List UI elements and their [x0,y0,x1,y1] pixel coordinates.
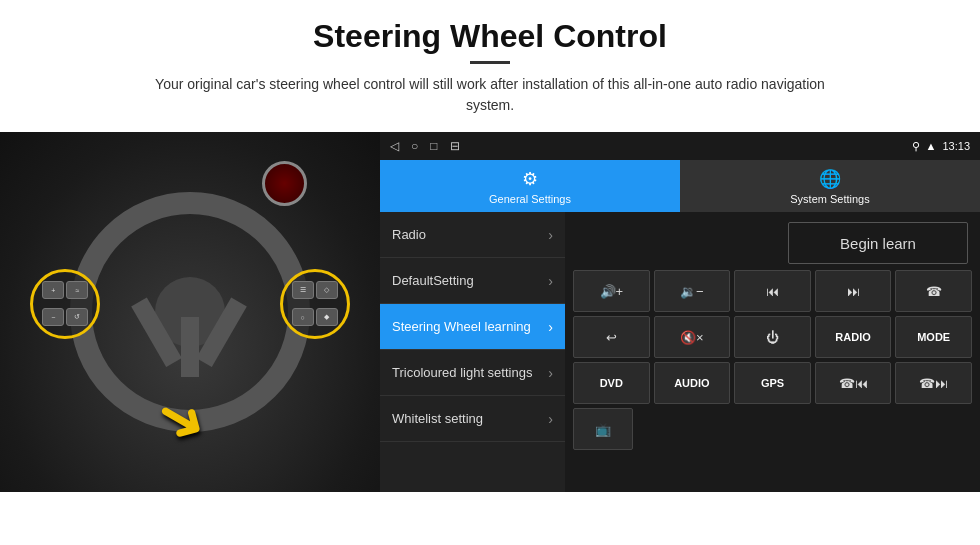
steering-btn-icon2: ↺ [66,308,88,326]
globe-icon: 🌐 [819,168,841,190]
status-time: 13:13 [942,140,970,152]
next-track-icon: ⏭ [847,284,860,299]
ctrl-prev-track[interactable]: ⏮ [734,270,811,312]
gear-icon: ⚙ [522,168,538,190]
menu-list: Radio › DefaultSetting › Steering Wheel … [380,212,565,492]
menu-item-radio[interactable]: Radio › [380,212,565,258]
menu-item-radio-label: Radio [392,227,426,242]
ctrl-phone-answer[interactable]: ☎ [895,270,972,312]
ctrl-audio[interactable]: AUDIO [654,362,731,404]
menu-item-steering-label: Steering Wheel learning [392,319,531,334]
vol-down-icon: 🔉− [680,284,704,299]
menu-arrow-whitelist: › [548,411,553,427]
ctrl-phone-next[interactable]: ☎⏭ [895,362,972,404]
wheel-background: + ≈ − ↺ ☰ ◇ ○ ◆ ➜ [0,132,380,492]
ctrl-power[interactable]: ⏻ [734,316,811,358]
page-title: Steering Wheel Control [0,0,980,61]
ctrl-radio[interactable]: RADIO [815,316,892,358]
power-icon: ⏻ [766,330,779,345]
content-area: Radio › DefaultSetting › Steering Wheel … [380,212,980,492]
call-end-icon: ↩ [606,330,617,345]
menu-arrow-radio: › [548,227,553,243]
tab-bar: ⚙ General Settings 🌐 System Settings [380,160,980,212]
begin-learn-row: Begin learn [573,220,972,266]
spoke-bottom [181,317,199,377]
steering-btn-diamond1: ◇ [316,281,338,299]
home-icon[interactable]: ○ [411,139,418,153]
location-icon: ⚲ [912,140,920,153]
title-divider [470,61,510,64]
dvd-btn-label: DVD [600,377,623,389]
steering-btn-circle: ○ [292,308,314,326]
menu-item-default[interactable]: DefaultSetting › [380,258,565,304]
media-icon: 📺 [595,422,611,437]
menu-item-default-label: DefaultSetting [392,273,474,288]
recent-icon[interactable]: □ [430,139,437,153]
ctrl-call-end[interactable]: ↩ [573,316,650,358]
steering-btn-menu: ☰ [292,281,314,299]
gauge-circle [262,161,307,206]
ctrl-next-track[interactable]: ⏭ [815,270,892,312]
callout-right: ☰ ◇ ○ ◆ [280,269,350,339]
radio-btn-label: RADIO [835,331,870,343]
mute-icon: 🔇× [680,330,704,345]
control-grid-row1: 🔊+ 🔉− ⏮ ⏭ ☎ ↩ [573,270,972,404]
tab-general-settings[interactable]: ⚙ General Settings [380,160,680,212]
ctrl-dvd[interactable]: DVD [573,362,650,404]
status-bar-right: ⚲ ▲ 13:13 [912,140,970,153]
status-bar: ◁ ○ □ ⊟ ⚲ ▲ 13:13 [380,132,980,160]
menu-item-whitelist[interactable]: Whitelist setting › [380,396,565,442]
ctrl-mode[interactable]: MODE [895,316,972,358]
page-subtitle: Your original car's steering wheel contr… [140,74,840,116]
menu-item-tricoloured-label: Tricoloured light settings [392,365,532,380]
arrow-callout: ➜ [157,389,207,449]
prev-track-icon: ⏮ [766,284,779,299]
ctrl-vol-up[interactable]: 🔊+ [573,270,650,312]
steering-wheel-area: + ≈ − ↺ ☰ ◇ ○ ◆ ➜ [0,132,380,492]
menu-item-tricoloured[interactable]: Tricoloured light settings › [380,350,565,396]
phone-prev-icon: ☎⏮ [839,376,868,391]
tab-system-label: System Settings [790,193,869,205]
phone-next-icon: ☎⏭ [919,376,948,391]
menu-arrow-default: › [548,273,553,289]
menu-item-whitelist-label: Whitelist setting [392,411,483,426]
steering-btn-vol-up: + [42,281,64,299]
phone-answer-icon: ☎ [926,284,942,299]
ctrl-mute[interactable]: 🔇× [654,316,731,358]
gps-btn-label: GPS [761,377,784,389]
begin-learn-button[interactable]: Begin learn [788,222,968,264]
ctrl-media[interactable]: 📺 [573,408,633,450]
ctrl-phone-prev[interactable]: ☎⏮ [815,362,892,404]
wifi-icon: ▲ [926,140,937,152]
head-unit: ◁ ○ □ ⊟ ⚲ ▲ 13:13 ⚙ General Settings 🌐 S… [380,132,980,492]
main-content: + ≈ − ↺ ☰ ◇ ○ ◆ ➜ ◁ ○ □ [0,132,980,492]
vol-up-icon: 🔊+ [600,284,624,299]
mode-btn-label: MODE [917,331,950,343]
callout-left: + ≈ − ↺ [30,269,100,339]
steering-btn-icon1: ≈ [66,281,88,299]
ctrl-gps[interactable]: GPS [734,362,811,404]
tab-system-settings[interactable]: 🌐 System Settings [680,160,980,212]
controls-panel: Begin learn 🔊+ 🔉− ⏮ ⏭ [565,212,980,492]
status-bar-left: ◁ ○ □ ⊟ [390,139,460,153]
menu-arrow-tricoloured: › [548,365,553,381]
ctrl-vol-down[interactable]: 🔉− [654,270,731,312]
gauge-area [262,161,342,211]
audio-btn-label: AUDIO [674,377,709,389]
back-icon[interactable]: ◁ [390,139,399,153]
steering-btn-diamond2: ◆ [316,308,338,326]
menu-icon[interactable]: ⊟ [450,139,460,153]
menu-item-steering[interactable]: Steering Wheel learning › [380,304,565,350]
tab-general-label: General Settings [489,193,571,205]
menu-arrow-steering: › [548,319,553,335]
steering-btn-vol-down: − [42,308,64,326]
